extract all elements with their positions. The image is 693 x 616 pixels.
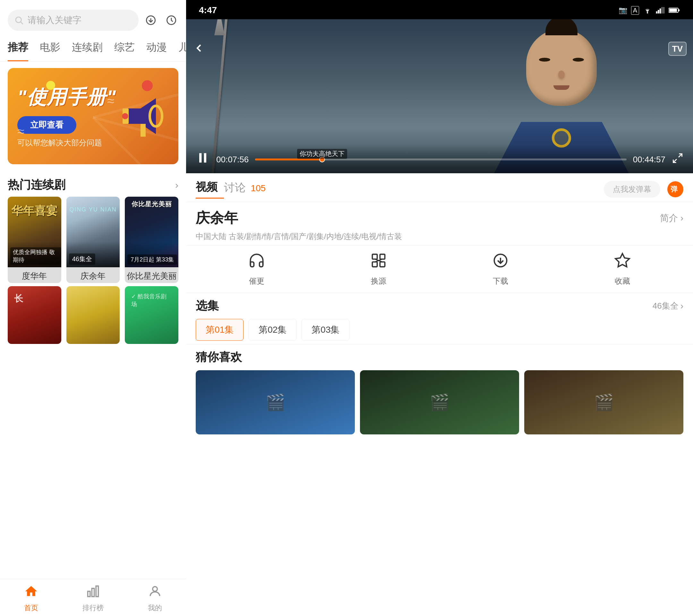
- hot-section-header: 热门连续剧 ›: [0, 171, 186, 197]
- char-nose: [558, 71, 565, 79]
- drama-name-row: 庆余年 简介 ›: [196, 208, 684, 227]
- search-actions: [144, 13, 178, 27]
- source-label: 换源: [371, 276, 386, 286]
- action-buttons: 催更 换源: [186, 246, 693, 293]
- tab-recommend[interactable]: 推荐: [8, 37, 28, 61]
- tab-variety[interactable]: 综艺: [114, 37, 135, 61]
- episode-arrow: ›: [680, 301, 684, 311]
- banner-subtitle: 可以帮您解决大部分问题: [17, 138, 117, 148]
- episode-item-1[interactable]: 第01集: [196, 319, 243, 341]
- drama-tags: 中国大陆 古装/剧情/情/言情/国产/剧集/内地/连续/电视/情古装: [196, 231, 684, 242]
- video-player[interactable]: TV 00:07:56 你功夫高绝天下 00:44:57: [186, 19, 693, 173]
- drama-card-duhuanian[interactable]: 华年喜宴 优质全网独播 敬期待 度华年: [8, 197, 61, 283]
- status-signal-icon: [656, 7, 665, 14]
- video-total-time: 00:44:57: [633, 155, 666, 164]
- rec-card2-img: 🎬: [360, 370, 519, 434]
- hot-section-arrow[interactable]: ›: [175, 180, 178, 191]
- tab-movie[interactable]: 电影: [40, 37, 60, 61]
- tab-anime[interactable]: 动漫: [146, 37, 167, 61]
- drama-title-1: 度华年: [8, 267, 61, 283]
- bottom-nav-home[interactable]: 首页: [0, 584, 62, 613]
- video-subtitle: 你功夫高绝天下: [297, 149, 347, 159]
- recommend-cards: 🎬 🎬 🎬: [196, 370, 684, 434]
- svg-rect-27: [373, 254, 377, 259]
- episode-count[interactable]: 46集全 ›: [653, 300, 684, 312]
- tab-discuss[interactable]: 讨论 105: [224, 180, 272, 198]
- banner-wave1: ≈: [17, 124, 24, 139]
- drama-card-row2-2[interactable]: [66, 286, 120, 344]
- danmu-dot: ●: [678, 186, 680, 191]
- danmu-button[interactable]: 弹 ●: [667, 181, 684, 197]
- drama-card-img-duhuanian: 华年喜宴 优质全网独播 敬期待: [8, 197, 61, 267]
- rec-card-3[interactable]: 🎬: [524, 370, 684, 434]
- status-a-icon: A: [631, 6, 639, 15]
- drama-card-row2-1[interactable]: 长: [8, 286, 61, 344]
- rec-card-2[interactable]: 🎬: [360, 370, 519, 434]
- action-btn-source[interactable]: 换源: [370, 252, 387, 286]
- svg-line-25: [678, 154, 682, 157]
- drama-card-img-qingyunian: QING YU NIAN 46集全: [66, 197, 120, 267]
- svg-point-13: [153, 587, 158, 591]
- history-icon[interactable]: [164, 13, 178, 27]
- svg-rect-29: [373, 262, 377, 266]
- tab-drama[interactable]: 连续剧: [72, 37, 103, 61]
- svg-rect-28: [380, 254, 385, 259]
- rec-card-1[interactable]: 🎬: [196, 370, 355, 434]
- left-panel: 请输入关键字 推荐 电影 连续剧 综艺 动漫 儿童: [0, 0, 186, 616]
- status-time: 4:47: [199, 5, 217, 15]
- action-btn-urge[interactable]: 催更: [248, 252, 265, 286]
- collect-icon: [614, 252, 631, 273]
- action-btn-collect[interactable]: 收藏: [614, 252, 631, 286]
- video-controls: 00:07:56 你功夫高绝天下 00:44:57: [186, 144, 693, 173]
- svg-point-14: [647, 12, 648, 14]
- svg-rect-22: [678, 9, 679, 11]
- bottom-nav-profile[interactable]: 我的: [124, 584, 186, 613]
- fullscreen-button[interactable]: [672, 153, 684, 167]
- pause-button[interactable]: [196, 151, 210, 168]
- banner-wave2: ≈: [107, 94, 114, 108]
- svg-rect-7: [140, 124, 146, 137]
- danmu-input[interactable]: 点我发弹幕: [604, 181, 660, 198]
- episode-item-2[interactable]: 第02集: [249, 319, 296, 341]
- char-mouth: [553, 85, 570, 90]
- row2-label2: [66, 286, 120, 299]
- drama-card-nixing[interactable]: 你比星光美丽 7月2日起 第33集 你比星光美丽: [125, 197, 178, 283]
- tab-video[interactable]: 视频: [196, 180, 224, 199]
- left-scrollable: ≈ ≈ "使用手册" 立即查看 可以帮您解决大部分问题 热门: [0, 62, 186, 579]
- rank-icon: [86, 584, 100, 601]
- recommend-title: 猜你喜欢: [196, 350, 684, 365]
- svg-rect-21: [669, 9, 677, 12]
- action-btn-download[interactable]: 下载: [492, 252, 509, 286]
- back-button[interactable]: [193, 42, 205, 57]
- nav-tabs: 推荐 电影 连续剧 综艺 动漫 儿童: [0, 37, 186, 62]
- bottom-nav-rank-label: 排行榜: [82, 603, 104, 613]
- episode-item-3[interactable]: 第03集: [302, 319, 350, 341]
- svg-line-26: [673, 159, 677, 163]
- search-input-wrap[interactable]: 请输入关键字: [8, 9, 139, 31]
- drama-badge-sub1: 优质全网独播 敬期待: [10, 247, 61, 265]
- char-eye-right: [573, 58, 584, 62]
- bottom-nav-rank[interactable]: 排行榜: [62, 584, 124, 613]
- svg-rect-10: [87, 591, 90, 597]
- danmu-area: 点我发弹幕 弹 ●: [604, 181, 684, 198]
- progress-bar[interactable]: 你功夫高绝天下: [255, 158, 627, 160]
- tab-kids[interactable]: 儿童: [178, 37, 186, 61]
- banner[interactable]: ≈ ≈ "使用手册" 立即查看 可以帮您解决大部分问题: [8, 68, 178, 164]
- episode-list: 第01集 第02集 第03集: [196, 319, 684, 341]
- profile-icon: [148, 584, 162, 601]
- drama-cards-row1: 华年喜宴 优质全网独播 敬期待 度华年 QING YU NIAN 46集全 庆余…: [0, 197, 186, 283]
- tv-icon[interactable]: TV: [668, 42, 687, 56]
- episode-title: 选集: [196, 298, 219, 314]
- search-icon: [14, 15, 24, 25]
- drama-title-2: 庆余年: [66, 267, 120, 283]
- drama-info-link[interactable]: 简介 ›: [660, 212, 684, 224]
- svg-point-0: [16, 17, 21, 23]
- drama-badge2: 46集全: [69, 254, 95, 265]
- download-icon[interactable]: [144, 13, 158, 27]
- search-placeholder: 请输入关键字: [27, 14, 81, 26]
- banner-cta-button[interactable]: 立即查看: [17, 116, 76, 134]
- drama-card-qingyunian[interactable]: QING YU NIAN 46集全 庆余年: [66, 197, 120, 283]
- banner-dot-red: [142, 80, 153, 91]
- right-panel: 4:47 📷 A: [186, 0, 693, 616]
- drama-card-row2-3[interactable]: ✓ 酷我音乐剧场: [125, 286, 178, 344]
